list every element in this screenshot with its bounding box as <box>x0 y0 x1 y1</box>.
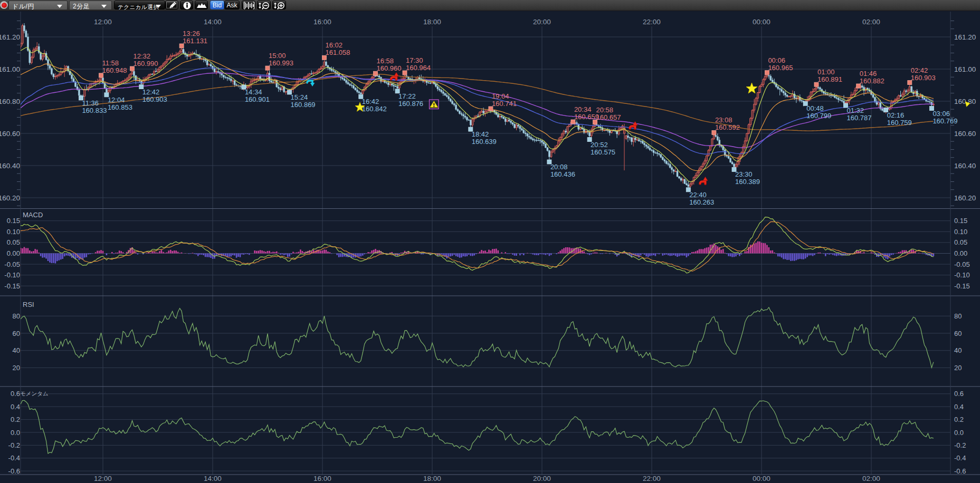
svg-text:00:00: 00:00 <box>753 475 770 482</box>
svg-text:11:58: 11:58 <box>102 59 119 67</box>
svg-text:160.876: 160.876 <box>398 100 423 108</box>
svg-text:160.659: 160.659 <box>574 113 599 121</box>
svg-text:-0.4: -0.4 <box>8 454 20 462</box>
svg-text:0.2: 0.2 <box>954 416 964 423</box>
svg-text:-0.4: -0.4 <box>954 454 966 462</box>
svg-text:モメンタム: モメンタム <box>20 390 49 397</box>
svg-text:18:00: 18:00 <box>423 18 441 26</box>
svg-text:16:02: 16:02 <box>326 41 343 49</box>
svg-text:16:58: 16:58 <box>377 57 394 65</box>
svg-text:01:32: 01:32 <box>847 107 864 114</box>
svg-text:160.436: 160.436 <box>550 170 575 178</box>
svg-text:MACD: MACD <box>23 211 43 219</box>
svg-text:16:00: 16:00 <box>313 18 331 26</box>
svg-text:15:24: 15:24 <box>291 93 308 101</box>
svg-text:02:00: 02:00 <box>862 18 880 26</box>
svg-text:160.903: 160.903 <box>911 74 936 82</box>
svg-text:14:00: 14:00 <box>204 475 222 482</box>
svg-text:14:00: 14:00 <box>204 18 222 26</box>
svg-text:23:08: 23:08 <box>715 116 732 124</box>
svg-text:60: 60 <box>13 330 20 337</box>
svg-text:03:06: 03:06 <box>933 110 950 118</box>
svg-text:12:04: 12:04 <box>108 96 125 104</box>
svg-text:0.2: 0.2 <box>11 416 20 423</box>
svg-text:160.799: 160.799 <box>806 112 831 120</box>
svg-text:161.058: 161.058 <box>326 49 350 56</box>
svg-text:160.60: 160.60 <box>954 130 976 138</box>
svg-text:0.15: 0.15 <box>954 217 967 225</box>
svg-text:160.657: 160.657 <box>596 113 621 121</box>
svg-text:20:52: 20:52 <box>591 141 608 149</box>
svg-text:80: 80 <box>13 312 20 320</box>
svg-text:160.263: 160.263 <box>689 198 714 206</box>
svg-text:160.389: 160.389 <box>735 178 760 186</box>
svg-text:160.20: 160.20 <box>954 194 976 202</box>
svg-text:0.4: 0.4 <box>954 403 964 411</box>
svg-text:RSI: RSI <box>23 301 34 308</box>
svg-text:161.20: 161.20 <box>954 33 976 41</box>
svg-text:160.965: 160.965 <box>768 64 793 72</box>
svg-text:160.20: 160.20 <box>0 194 20 202</box>
svg-text:-0.6: -0.6 <box>8 467 20 475</box>
svg-text:20: 20 <box>13 364 20 372</box>
svg-text:17:22: 17:22 <box>398 92 416 100</box>
svg-text:160.639: 160.639 <box>472 138 497 146</box>
svg-text:20:58: 20:58 <box>596 106 614 114</box>
svg-text:160.882: 160.882 <box>860 77 884 85</box>
svg-text:161.00: 161.00 <box>954 65 976 73</box>
svg-text:160.787: 160.787 <box>847 114 872 122</box>
svg-text:160.869: 160.869 <box>291 101 316 109</box>
svg-text:160.40: 160.40 <box>954 162 976 170</box>
svg-text:0.0: 0.0 <box>954 429 964 437</box>
svg-text:60: 60 <box>954 330 962 337</box>
svg-text:80: 80 <box>954 312 962 320</box>
svg-text:20:08: 20:08 <box>550 163 568 171</box>
svg-text:0.6: 0.6 <box>954 390 964 398</box>
svg-text:22:00: 22:00 <box>643 18 661 26</box>
svg-text:20:00: 20:00 <box>533 475 551 482</box>
svg-text:20:00: 20:00 <box>533 18 551 26</box>
svg-text:160.60: 160.60 <box>0 130 20 138</box>
svg-text:00:48: 00:48 <box>806 104 824 112</box>
svg-text:0.05: 0.05 <box>954 238 967 246</box>
svg-text:161.00: 161.00 <box>0 65 20 73</box>
svg-text:19:04: 19:04 <box>492 92 509 100</box>
svg-text:-0.10: -0.10 <box>4 271 20 279</box>
svg-text:160.833: 160.833 <box>82 107 107 114</box>
svg-text:0.05: 0.05 <box>7 238 20 246</box>
svg-text:22:40: 22:40 <box>689 191 707 199</box>
svg-text:11:36: 11:36 <box>82 99 99 107</box>
svg-text:160.80: 160.80 <box>0 98 20 105</box>
svg-text:160.575: 160.575 <box>591 148 615 156</box>
svg-text:-0.05: -0.05 <box>4 260 20 268</box>
svg-text:0.00: 0.00 <box>7 249 20 257</box>
svg-text:40: 40 <box>954 346 962 354</box>
svg-text:160.741: 160.741 <box>492 100 517 108</box>
svg-text:160.993: 160.993 <box>269 59 293 67</box>
svg-text:13:26: 13:26 <box>183 30 200 37</box>
svg-text:160.990: 160.990 <box>134 60 158 67</box>
svg-text:17:30: 17:30 <box>406 56 423 64</box>
svg-text:160.769: 160.769 <box>933 117 957 125</box>
svg-text:160.853: 160.853 <box>108 103 132 111</box>
svg-text:0.10: 0.10 <box>954 228 967 236</box>
svg-text:18:00: 18:00 <box>423 475 441 482</box>
svg-text:-0.6: -0.6 <box>954 467 966 475</box>
svg-text:16:00: 16:00 <box>313 475 331 482</box>
svg-text:15:00: 15:00 <box>269 52 286 60</box>
svg-text:00:06: 00:06 <box>768 56 785 64</box>
svg-text:-0.2: -0.2 <box>954 441 966 449</box>
svg-text:160.759: 160.759 <box>887 119 912 127</box>
svg-text:-0.2: -0.2 <box>8 441 20 449</box>
svg-text:40: 40 <box>13 346 20 354</box>
svg-text:22:00: 22:00 <box>643 475 661 482</box>
svg-text:160.842: 160.842 <box>362 105 387 113</box>
svg-text:0.4: 0.4 <box>11 403 20 411</box>
svg-text:-0.15: -0.15 <box>4 282 20 290</box>
svg-text:02:16: 02:16 <box>887 111 905 119</box>
svg-text:160.40: 160.40 <box>0 162 20 170</box>
svg-text:23:30: 23:30 <box>735 170 753 178</box>
svg-text:0.00: 0.00 <box>954 249 967 257</box>
svg-text:160.592: 160.592 <box>715 123 740 131</box>
svg-text:0.0: 0.0 <box>11 429 20 437</box>
